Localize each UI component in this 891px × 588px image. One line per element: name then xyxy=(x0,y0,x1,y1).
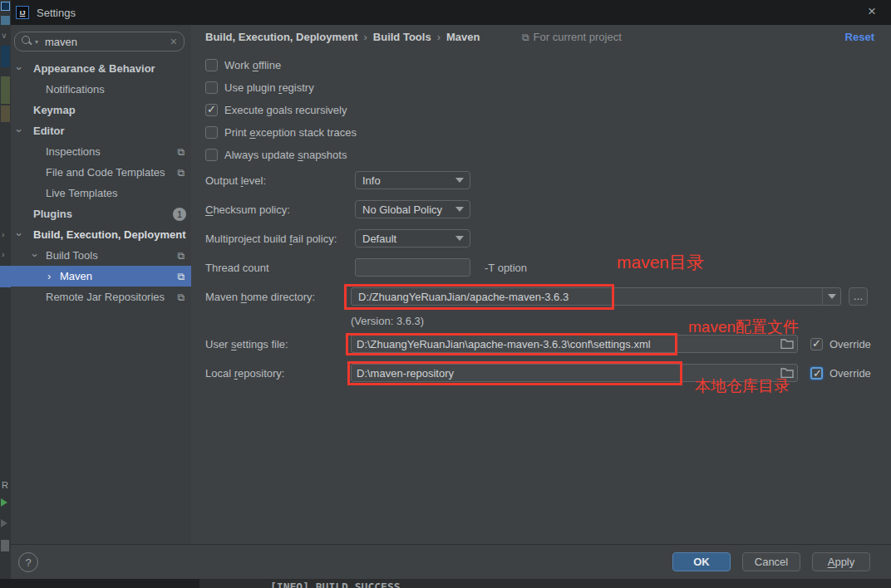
tool-window-icon xyxy=(1,2,10,11)
screen: ˅ › › R IJ Settings × ▾ × xyxy=(0,0,891,588)
tree-item-build-tools[interactable]: › Build Tools ⧉ xyxy=(11,245,191,266)
editor-fragment xyxy=(1,105,10,122)
search-options-caret-icon[interactable]: ▾ xyxy=(35,38,38,46)
tool-window-icon xyxy=(1,16,10,25)
intellij-logo-icon: IJ xyxy=(16,6,29,19)
console-gutter xyxy=(0,579,199,588)
output-level-row: Output level: Info xyxy=(205,171,787,189)
maven-home-label: Maven home directory: xyxy=(205,291,315,303)
settings-sidebar: ▾ × › Appearance & Behavior Notification… xyxy=(11,25,191,544)
checkbox-label: Execute goals recursively xyxy=(224,104,347,116)
checkbox-icon[interactable] xyxy=(205,126,218,139)
chevron-right-icon[interactable]: › xyxy=(47,271,51,282)
search-input[interactable] xyxy=(45,36,170,48)
chevron-down-icon[interactable]: › xyxy=(14,233,25,236)
dialog-footer: ? OK Cancel Apply xyxy=(11,544,891,579)
checkbox-icon[interactable] xyxy=(205,149,218,161)
checkbox-print-exception-stack-traces[interactable]: Print exception stack traces xyxy=(205,124,357,140)
project-setting-icon: ⧉ xyxy=(177,167,185,179)
checkbox-label: Use plugin registry xyxy=(224,81,314,94)
maven-settings-panel: Build, Execution, Deployment›Build Tools… xyxy=(191,25,891,544)
chevron-down-icon[interactable]: › xyxy=(30,253,41,257)
annotation-text-local-repo: 本地仓库目录 xyxy=(695,375,790,397)
tree-item-plugins[interactable]: Plugins 1 xyxy=(11,203,191,224)
tool-window-icon xyxy=(1,540,9,551)
checkbox-execute-goals-recursively[interactable]: Execute goals recursively xyxy=(205,101,347,118)
checkbox-always-update-snapshots[interactable]: Always update snapshots xyxy=(205,146,347,163)
annotation-text-settings-file: maven配置文件 xyxy=(688,316,799,338)
chevron-down-icon: ˅ xyxy=(2,32,7,41)
thread-count-label: Thread count xyxy=(205,262,269,274)
fail-policy-row: Multiproject build fail policy: Default xyxy=(205,229,787,247)
tree-item-keymap[interactable]: Keymap xyxy=(11,100,191,120)
tree-item-live-templates[interactable]: Live Templates xyxy=(11,183,191,203)
chevron-down-icon[interactable]: › xyxy=(14,66,25,70)
tree-item-maven[interactable]: › Maven ⧉ xyxy=(11,266,191,287)
checkbox-label: Work offline xyxy=(224,59,281,71)
search-icon xyxy=(22,36,33,47)
folder-icon[interactable] xyxy=(780,338,794,349)
help-button[interactable]: ? xyxy=(18,552,38,572)
play-icon xyxy=(1,498,7,507)
breadcrumb-build-tools[interactable]: Build Tools xyxy=(373,31,431,43)
output-level-label: Output level: xyxy=(205,174,266,187)
reset-link[interactable]: Reset xyxy=(845,31,874,43)
tree-item-remote-jar-repositories[interactable]: Remote Jar Repositories ⧉ xyxy=(11,287,191,307)
checksum-policy-row: Checksum policy: No Global Policy xyxy=(205,200,787,218)
breadcrumb-bed[interactable]: Build, Execution, Deployment xyxy=(205,31,357,43)
tree-item-inspections[interactable]: Inspections ⧉ xyxy=(11,141,191,162)
chevron-down-icon[interactable]: › xyxy=(14,129,25,132)
maven-home-combobox[interactable]: D:/ZhuangYeRuanJian/apache-maven-3.6.3 xyxy=(351,287,841,306)
tree-item-editor[interactable]: › Editor xyxy=(11,120,191,141)
settings-search-box[interactable]: ▾ × xyxy=(14,32,185,51)
tree-item-file-code-templates[interactable]: File and Code Templates ⧉ xyxy=(11,162,191,183)
for-current-project-note: ⧉For current project xyxy=(522,31,622,43)
project-setting-icon: ⧉ xyxy=(177,271,185,282)
clear-search-icon[interactable]: × xyxy=(170,35,177,48)
output-level-dropdown[interactable]: Info xyxy=(355,171,470,189)
user-settings-override[interactable]: Override xyxy=(810,335,871,353)
checkbox-work-offline[interactable]: Work offline xyxy=(205,56,281,73)
project-setting-icon: ⧉ xyxy=(177,146,185,158)
project-setting-icon: ⧉ xyxy=(522,32,529,43)
fail-policy-label: Multiproject build fail policy: xyxy=(205,233,337,245)
checkbox-use-plugin-registry[interactable]: Use plugin registry xyxy=(205,79,314,96)
checkbox-icon[interactable] xyxy=(205,59,218,71)
editor-fragment xyxy=(1,76,10,104)
settings-dialog: IJ Settings × ▾ × › Appearance & Behavio… xyxy=(11,0,891,579)
dropdown-value: Info xyxy=(362,174,381,187)
tree-item-build-execution-deployment[interactable]: › Build, Execution, Deployment xyxy=(11,224,191,245)
browse-more-button[interactable]: … xyxy=(849,287,868,306)
override-label: Override xyxy=(829,367,871,380)
checksum-policy-dropdown[interactable]: No Global Policy xyxy=(355,200,470,218)
t-option-hint: -T option xyxy=(485,262,527,274)
play-disabled-icon xyxy=(1,519,7,527)
chevron-right-icon: › xyxy=(2,250,4,259)
dropdown-value: No Global Policy xyxy=(362,203,442,216)
local-repository-override[interactable]: Override xyxy=(810,364,871,382)
tree-item-appearance-behavior[interactable]: › Appearance & Behavior xyxy=(11,58,191,79)
annotation-text-maven-home: maven目录 xyxy=(617,251,704,274)
chevron-down-icon xyxy=(455,178,464,183)
console-log-line: [INFO] BUILD SUCCESS xyxy=(270,581,401,588)
dialog-titlebar: IJ Settings × xyxy=(11,0,891,25)
checkbox-checked-icon[interactable] xyxy=(810,338,823,350)
maven-version-note: (Version: 3.6.3) xyxy=(351,315,424,327)
ok-button[interactable]: OK xyxy=(672,552,731,571)
maven-home-value: D:/ZhuangYeRuanJian/apache-maven-3.6.3 xyxy=(358,291,569,303)
checkbox-checked-icon[interactable] xyxy=(205,104,218,116)
breadcrumb-separator-icon: › xyxy=(437,31,441,43)
maven-home-row: Maven home directory: D:/ZhuangYeRuanJia… xyxy=(205,287,887,306)
cancel-button[interactable]: Cancel xyxy=(742,552,800,571)
checkbox-checked-icon[interactable] xyxy=(810,367,823,380)
close-icon[interactable]: × xyxy=(868,3,876,20)
apply-button[interactable]: Apply xyxy=(812,552,870,571)
tree-item-notifications[interactable]: Notifications xyxy=(11,79,191,100)
chevron-down-icon[interactable] xyxy=(822,288,840,305)
fail-policy-dropdown[interactable]: Default xyxy=(355,229,470,247)
user-settings-label: User settings file: xyxy=(205,338,288,350)
thread-count-input[interactable] xyxy=(355,258,470,277)
plugins-count-badge: 1 xyxy=(173,208,186,221)
ide-tool-stripe: ˅ › › R xyxy=(0,0,11,588)
checkbox-icon[interactable] xyxy=(205,81,218,94)
